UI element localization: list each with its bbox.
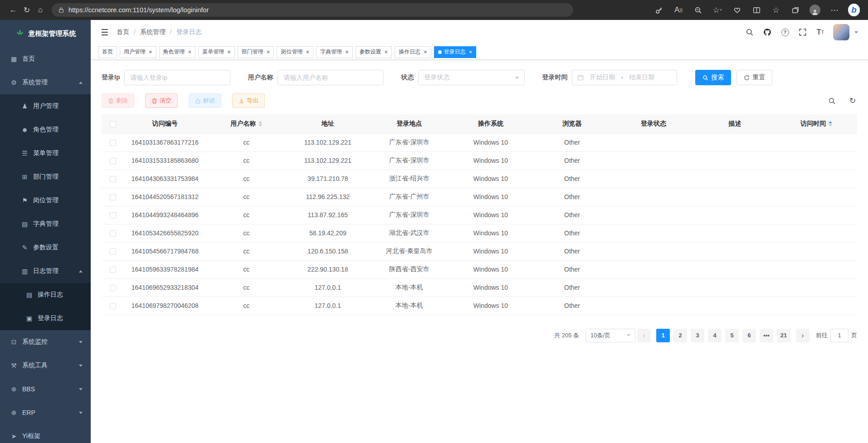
- sidebar-menu-item[interactable]: ▥ 日志管理: [0, 259, 91, 283]
- user-avatar[interactable]: [833, 24, 849, 40]
- sidebar-menu-item[interactable]: ⚑ 岗位管理: [0, 189, 91, 212]
- row-checkbox[interactable]: [110, 158, 116, 164]
- settings-more-icon[interactable]: ⋯: [829, 3, 840, 17]
- row-checkbox[interactable]: [110, 194, 116, 200]
- password-key-icon[interactable]: [653, 3, 665, 17]
- sort-icon[interactable]: [829, 121, 832, 127]
- status-select[interactable]: 登录状态: [418, 70, 525, 85]
- copilot-bing-icon[interactable]: b: [848, 3, 860, 17]
- breadcrumb-item[interactable]: 系统管理: [129, 28, 166, 36]
- sidebar-menu-item[interactable]: ✎ 参数设置: [0, 236, 91, 259]
- reload-icon[interactable]: ↻: [20, 3, 34, 17]
- read-aloud-icon[interactable]: A)): [673, 3, 684, 17]
- column-header[interactable]: 访问时间: [775, 114, 857, 133]
- ip-input[interactable]: [124, 70, 230, 85]
- sidebar-menu-item[interactable]: ♟ 用户管理: [0, 94, 91, 118]
- collections-icon[interactable]: [790, 3, 801, 17]
- unlock-button[interactable]: 解锁: [189, 93, 221, 108]
- site-info-icon[interactable]: [58, 7, 64, 13]
- jump-page-input[interactable]: [830, 329, 848, 342]
- next-page-button[interactable]: ›: [796, 329, 809, 342]
- clear-button[interactable]: 清空: [145, 93, 178, 108]
- table-row[interactable]: 1641053426655825920 cc 58.19.42.209 湖北省-…: [102, 224, 857, 242]
- zoom-out-icon[interactable]: [692, 3, 704, 17]
- browser-essentials-icon[interactable]: [731, 3, 743, 17]
- search-icon[interactable]: [745, 27, 755, 37]
- github-icon[interactable]: [762, 27, 772, 37]
- hamburger-icon[interactable]: ☰: [101, 27, 108, 38]
- refresh-table-icon[interactable]: ↻: [848, 96, 857, 105]
- sidebar-menu-item[interactable]: ☻ 角色管理: [0, 118, 91, 141]
- sidebar-menu-item[interactable]: ➤ Yi框架: [0, 424, 91, 443]
- page-size-select[interactable]: 10条/页: [585, 329, 635, 342]
- font-size-icon[interactable]: TT: [815, 27, 825, 37]
- close-icon[interactable]: ×: [267, 49, 270, 55]
- date-range-picker[interactable]: 开始日期 - 结束日期: [572, 70, 677, 85]
- column-header[interactable]: 操作系统: [450, 114, 532, 133]
- tab[interactable]: 字典管理 ×: [316, 46, 353, 58]
- row-checkbox[interactable]: [110, 140, 116, 146]
- prev-page-button[interactable]: ‹: [637, 329, 651, 342]
- tab[interactable]: 部门管理 ×: [238, 46, 274, 58]
- sort-icon[interactable]: [258, 121, 262, 127]
- page-button[interactable]: 2: [673, 329, 687, 342]
- reset-button[interactable]: 重置: [736, 70, 772, 85]
- toggle-search-icon[interactable]: [827, 96, 836, 105]
- column-header[interactable]: 浏览器: [532, 114, 613, 133]
- table-row[interactable]: 1641031533185863680 cc 113.102.129.221 广…: [102, 151, 857, 170]
- split-screen-icon[interactable]: [751, 3, 762, 17]
- sidebar-menu-item[interactable]: ⊡ 系统监控: [0, 330, 91, 354]
- row-checkbox[interactable]: [110, 285, 116, 291]
- sidebar-menu-item[interactable]: ▣ 登录日志: [0, 307, 91, 330]
- table-row[interactable]: 1641069652933218304 cc 127.0.0.1 本地-本机 W…: [102, 278, 857, 297]
- sidebar-menu-item[interactable]: ⊛ BBS: [0, 377, 91, 401]
- close-icon[interactable]: ×: [188, 49, 192, 55]
- column-header[interactable]: 访问编号: [124, 114, 206, 133]
- table-row[interactable]: 1641043063331753984 cc 39.171.210.78 浙江省…: [102, 170, 857, 188]
- table-row[interactable]: 1641044520567181312 cc 112.96.225.132 广东…: [102, 188, 857, 206]
- close-icon[interactable]: ×: [345, 49, 349, 55]
- page-button[interactable]: 3: [691, 329, 704, 342]
- page-button[interactable]: 21: [777, 329, 790, 342]
- breadcrumb-item[interactable]: 首页: [117, 28, 129, 36]
- sidebar-menu-item[interactable]: ▤ 字典管理: [0, 212, 91, 236]
- close-icon[interactable]: ×: [306, 49, 309, 55]
- page-button[interactable]: 1: [656, 329, 670, 342]
- favorites-icon[interactable]: ☆: [770, 3, 782, 17]
- column-header[interactable]: 登录地点: [369, 114, 450, 133]
- sidebar-menu-item[interactable]: ▦ 首页: [0, 47, 91, 71]
- app-logo[interactable]: 意框架管理系统: [0, 20, 91, 47]
- breadcrumb-item[interactable]: 登录日志: [166, 28, 202, 36]
- favorites-add-icon[interactable]: ☆+: [712, 3, 723, 17]
- table-row[interactable]: 1641059633978281984 cc 222.90.130.18 陕西省…: [102, 260, 857, 278]
- delete-button[interactable]: 删除: [102, 93, 134, 108]
- export-button[interactable]: 导出: [232, 93, 265, 108]
- sidebar-menu-item[interactable]: ▤ 操作日志: [0, 283, 91, 307]
- close-icon[interactable]: ×: [149, 49, 152, 55]
- username-input[interactable]: [278, 70, 384, 85]
- table-row[interactable]: 1641044993248464896 cc 113.87.92.165 广东省…: [102, 206, 857, 224]
- fullscreen-icon[interactable]: [798, 27, 808, 37]
- row-checkbox[interactable]: [110, 230, 116, 237]
- help-icon[interactable]: ?: [780, 27, 790, 37]
- select-all-checkbox[interactable]: [110, 121, 116, 127]
- tab[interactable]: 登录日志 ×: [434, 46, 477, 58]
- row-checkbox[interactable]: [110, 176, 116, 182]
- row-checkbox[interactable]: [110, 267, 116, 273]
- address-bar[interactable]: https://ccnetcore.com:1101/system/log/lo…: [52, 3, 573, 17]
- browser-home-icon[interactable]: ⌂: [34, 3, 47, 17]
- table-row[interactable]: 1641054566717984768 cc 120.6.150.158 河北省…: [102, 242, 857, 260]
- sidebar-menu-item[interactable]: ⚙ 系统管理: [0, 71, 91, 94]
- page-button[interactable]: 6: [742, 329, 756, 342]
- sidebar-menu-item[interactable]: ⊕ ERP: [0, 401, 91, 424]
- tab[interactable]: 菜单管理 ×: [198, 46, 235, 58]
- column-header[interactable]: 地址: [287, 114, 369, 133]
- row-checkbox[interactable]: [110, 212, 116, 219]
- table-row[interactable]: 1641031367863177216 cc 113.102.129.221 广…: [102, 133, 857, 151]
- tab[interactable]: 参数设置 ×: [356, 46, 392, 58]
- tab[interactable]: 操作日志 ×: [395, 46, 431, 58]
- profile-avatar[interactable]: [809, 3, 821, 17]
- sidebar-menu-item[interactable]: ⚒ 系统工具: [0, 354, 91, 377]
- column-header[interactable]: 登录状态: [613, 114, 694, 133]
- tab[interactable]: 用户管理 ×: [120, 46, 156, 58]
